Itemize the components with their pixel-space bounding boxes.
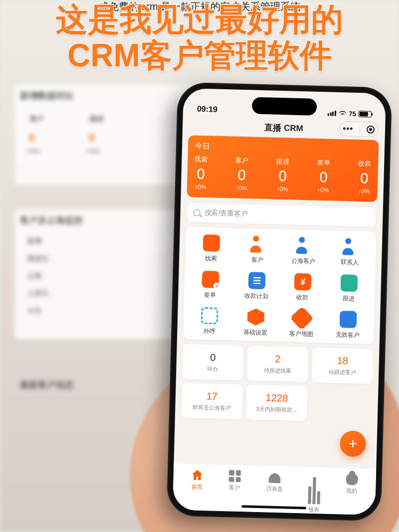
status-time: 09:19 <box>197 105 217 114</box>
app-客户[interactable]: 客户 <box>234 235 281 265</box>
todo-card[interactable]: 18 待跟进客户 <box>312 348 374 384</box>
hex-icon <box>247 308 264 326</box>
pin-icon <box>290 306 314 330</box>
app-无效客户[interactable]: 无效客户 <box>325 310 372 340</box>
battery-icon <box>359 111 372 118</box>
person-b-icon <box>295 237 313 254</box>
dashboard-metric[interactable]: 签单 0 ↑0% <box>317 158 331 194</box>
app-公海客户[interactable]: 公海客户 <box>280 236 327 266</box>
steth-icon <box>203 234 220 252</box>
app-外呼[interactable]: 外呼 <box>186 307 233 336</box>
cal-icon: ☰ <box>248 272 265 289</box>
battery-pct: 75 <box>349 110 356 118</box>
phone-frame: 09:19 75 直播 CRM ••• 今日 线索 0 ↑0 <box>167 82 393 522</box>
search-icon <box>193 209 200 216</box>
circ-icon <box>339 311 357 328</box>
dashboard-metric[interactable]: 跟进 0 ↑0% <box>276 157 290 193</box>
nav-报表[interactable]: 报表 <box>308 472 321 514</box>
bars-icon <box>308 472 321 505</box>
today-dashboard[interactable]: 今日 线索 0 ↑0%客户 0 ↑0%跟进 0 ↑0%签单 0 ↑0%收款 0 … <box>187 135 379 202</box>
home-icon <box>191 469 203 482</box>
swirl-icon <box>340 274 358 292</box>
app-线索[interactable]: 线索 <box>188 234 235 263</box>
app-基础设置[interactable]: 基础设置 <box>232 308 279 338</box>
todo-card[interactable]: 0 待办 <box>182 344 244 380</box>
yen-icon: ¥ <box>294 273 312 291</box>
nav-首页[interactable]: 首页 <box>191 469 203 511</box>
headline-overlay: 这是我见过最好用的 CRM客户管理软件 <box>0 2 399 73</box>
app-客户地图[interactable]: 客户地图 <box>278 309 325 339</box>
close-icon[interactable] <box>367 125 375 133</box>
dashboard-metric[interactable]: 客户 0 ↑0% <box>235 156 249 192</box>
todo-card[interactable]: 2 待跟进线索 <box>247 346 309 382</box>
more-icon[interactable]: ••• <box>343 124 353 134</box>
grid-icon <box>229 470 241 482</box>
doc-icon <box>202 271 219 288</box>
user-icon <box>346 473 359 486</box>
todo-card[interactable]: 17 即将丢公海客户 <box>181 383 243 419</box>
dash-icon <box>268 471 281 484</box>
dashboard-metric[interactable]: 线索 0 ↑0% <box>194 155 208 190</box>
app-跟进[interactable]: 跟进 <box>325 274 372 303</box>
ring-icon <box>201 307 218 325</box>
miniprogram-capsule[interactable]: ••• <box>339 121 379 137</box>
phone-screen: 09:19 75 直播 CRM ••• 今日 线索 0 ↑0 <box>173 88 386 515</box>
person-b-icon <box>341 238 359 255</box>
nav-客户[interactable]: 客户 <box>228 470 241 512</box>
app-grid: 线索客户公海客户联系人签单☰收款计划¥收款跟进外呼基础设置客户地图无效客户 <box>183 227 377 344</box>
dashboard-metric[interactable]: 收款 0 ↓0% <box>358 159 372 195</box>
signal-icon <box>328 110 336 116</box>
app-收款[interactable]: ¥收款 <box>279 273 326 302</box>
dashboard-title: 今日 <box>195 141 372 155</box>
todo-cards: 0 待办2 待跟进线索18 待跟进客户17 即将丢公海客户1228 3天内到期收… <box>181 344 374 423</box>
app-联系人[interactable]: 联系人 <box>326 237 373 267</box>
dynamic-island <box>252 97 317 115</box>
add-button[interactable]: + <box>340 430 366 457</box>
nav-我的[interactable]: 我的 <box>345 473 358 515</box>
wifi-icon <box>338 110 346 116</box>
search-placeholder: 搜索/查重客户 <box>204 208 248 218</box>
person-o-icon <box>249 235 266 253</box>
app-签单[interactable]: 签单 <box>187 270 234 300</box>
app-收款计划[interactable]: ☰收款计划 <box>233 272 280 301</box>
search-input[interactable]: 搜索/查重客户 <box>187 203 376 227</box>
page-title: 直播 CRM <box>264 122 303 134</box>
todo-card[interactable]: 1228 3天内到期收款... <box>246 384 308 421</box>
